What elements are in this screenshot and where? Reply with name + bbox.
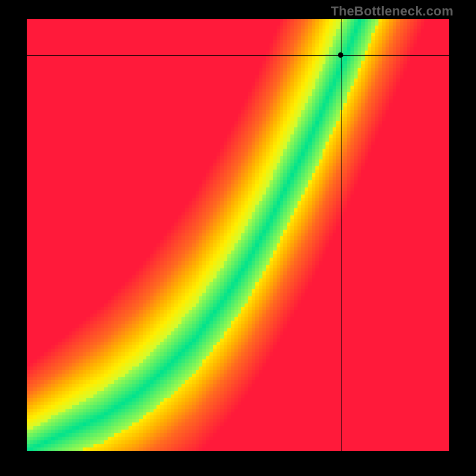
watermark-text: TheBottleneck.com (331, 4, 453, 19)
heatmap-plot (27, 19, 449, 451)
crosshair-horizontal (27, 55, 449, 56)
heatmap-canvas (27, 19, 449, 451)
crosshair-vertical (341, 19, 342, 451)
chart-stage: TheBottleneck.com (0, 0, 476, 476)
